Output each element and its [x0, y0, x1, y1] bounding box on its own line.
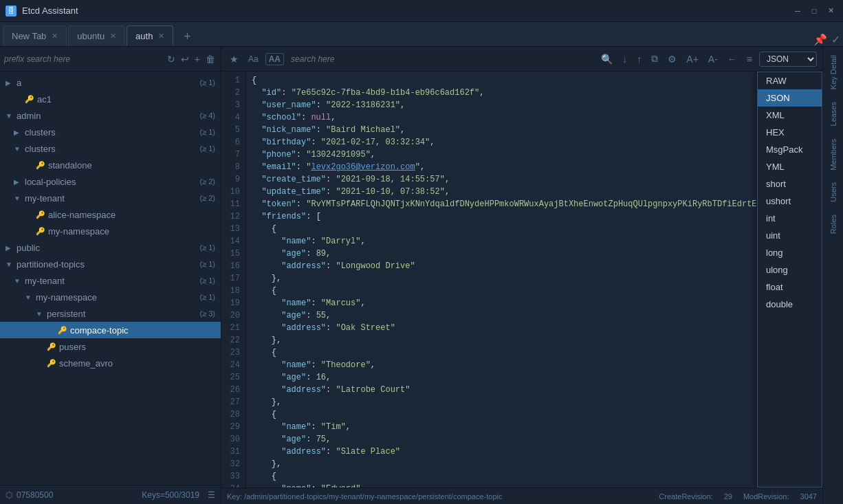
tree-label-alice-namespace: alice-namespace: [48, 210, 116, 220]
right-panel-users[interactable]: Users: [826, 177, 840, 208]
pin-icon[interactable]: 📌: [813, 33, 827, 46]
close-button[interactable]: ✕: [824, 4, 837, 18]
line-numbers: 12345 678910 1112131415 1617181920 21222…: [221, 72, 246, 487]
mod-revision-label: ModRevision:: [743, 492, 789, 501]
left-arrow-icon[interactable]: ←: [725, 52, 740, 66]
format-select[interactable]: RAW JSON XML HEX MsgPack YML short ushor…: [759, 52, 817, 67]
key-icon-ac1: 🔑: [25, 95, 34, 104]
tree-item-alice-namespace[interactable]: 🔑 alice-namespace: [0, 206, 221, 223]
tree-item-scheme-avro[interactable]: 🔑 scheme_avro: [0, 355, 221, 371]
expand-arrow-public: ▶: [6, 244, 15, 252]
format-option-xml[interactable]: XML: [758, 107, 822, 124]
maximize-button[interactable]: □: [807, 4, 821, 18]
tree-label-admin: admin: [17, 111, 41, 121]
delete-icon[interactable]: 🗑: [204, 52, 217, 66]
format-aa-icon[interactable]: Aa: [245, 53, 261, 65]
check-icon[interactable]: ✓: [831, 33, 840, 46]
tree-count-local-policies: (≥ 2): [199, 177, 215, 186]
tree-item-persistent[interactable]: ▼ persistent (≥ 3): [0, 305, 221, 322]
code-line-23: {: [252, 347, 817, 359]
copy-icon[interactable]: ⧉: [648, 52, 661, 66]
right-panel-members[interactable]: Members: [826, 133, 840, 176]
tab-close-new-tab[interactable]: ✕: [52, 32, 58, 41]
format-option-msgpack[interactable]: MsgPack: [758, 141, 822, 158]
list-icon[interactable]: ≡: [744, 52, 755, 66]
tab-ubuntu[interactable]: ubuntu ✕: [68, 25, 125, 46]
tree-count-my-tenant-1: (≥ 2): [199, 194, 215, 202]
tree-item-my-namespace-1[interactable]: 🔑 my-namespace: [0, 223, 221, 239]
format-option-uint[interactable]: uint: [758, 227, 822, 244]
tree-item-ac1[interactable]: 🔑 ac1: [0, 91, 221, 107]
editor-search-input[interactable]: [291, 54, 594, 64]
format-dropdown: RAW JSON XML HEX MsgPack YML short ushor…: [759, 52, 817, 67]
tree-item-public[interactable]: ▶ public (≥ 1): [0, 239, 221, 256]
code-line-32: },: [252, 458, 817, 470]
tree-count-admin: (≥ 4): [199, 111, 215, 120]
tree-item-clusters-2[interactable]: ▼ clusters (≥ 1): [0, 140, 221, 157]
email-link[interactable]: levx2go36@verizon.com: [311, 162, 415, 172]
format-option-ushort[interactable]: ushort: [758, 193, 822, 210]
tree-item-a[interactable]: ▶ a (≥ 1): [0, 74, 221, 91]
tab-new-tab[interactable]: New Tab ✕: [3, 25, 67, 46]
tree-label-local-policies: local-policies: [25, 177, 76, 187]
undo-icon[interactable]: ↩: [179, 52, 190, 66]
tree-item-my-namespace-2[interactable]: ▼ my-namespace (≥ 1): [0, 289, 221, 305]
add-tab-button[interactable]: +: [177, 27, 197, 46]
right-panel-key-detail[interactable]: Key Detail: [826, 50, 840, 95]
format-option-long[interactable]: long: [758, 244, 822, 261]
key-icon-pusers: 🔑: [47, 342, 56, 351]
code-line-24: "name": "Theodore",: [252, 359, 817, 371]
search-icon[interactable]: 🔍: [598, 52, 615, 66]
tree: ▶ a (≥ 1) 🔑 ac1 ▼ admin (≥ 4) ▶ clusters…: [0, 72, 221, 485]
expand-arrow-clusters-1: ▶: [14, 129, 23, 136]
tree-item-pusers[interactable]: 🔑 pusers: [0, 338, 221, 355]
tree-label-pusers: pusers: [59, 342, 86, 352]
code-content[interactable]: { "id": "7e65c92c-7fba-4bd9-b1b4-eb96c6a…: [246, 72, 822, 487]
format-option-int[interactable]: int: [758, 210, 822, 227]
tree-item-local-policies[interactable]: ▶ local-policies (≥ 2): [0, 173, 221, 190]
format-option-hex[interactable]: HEX: [758, 124, 822, 141]
right-panel-roles[interactable]: Roles: [826, 209, 840, 239]
tree-item-clusters-1[interactable]: ▶ clusters (≥ 1): [0, 124, 221, 140]
tree-item-admin[interactable]: ▼ admin (≥ 4): [0, 107, 221, 124]
tab-close-auth[interactable]: ✕: [158, 32, 164, 41]
tab-auth[interactable]: auth ✕: [127, 25, 173, 46]
arrow-up-icon[interactable]: ↑: [634, 52, 644, 66]
format-option-float[interactable]: float: [758, 278, 822, 296]
settings-icon[interactable]: ⚙: [665, 52, 679, 66]
minimize-button[interactable]: ─: [791, 4, 804, 18]
format-option-double[interactable]: double: [758, 296, 822, 313]
expand-arrow-local-policies: ▶: [14, 178, 23, 186]
format-option-short[interactable]: short: [758, 175, 822, 193]
code-line-18: {: [252, 285, 817, 297]
create-revision-value: 29: [724, 492, 732, 501]
tree-label-a: a: [17, 78, 21, 88]
format-bold-icon[interactable]: AA: [265, 53, 284, 65]
font-increase-icon[interactable]: A+: [683, 52, 701, 66]
tree-item-standalone[interactable]: 🔑 standalone: [0, 157, 221, 173]
font-decrease-icon[interactable]: A-: [705, 52, 721, 66]
sidebar-menu-icon[interactable]: ☰: [208, 490, 215, 500]
tree-item-compace-topic[interactable]: 🔑 compace-topic: [0, 322, 221, 338]
format-option-json[interactable]: JSON: [758, 89, 822, 107]
main-area: ↻ ↩ + 🗑 ▶ a (≥ 1) 🔑 ac1 ▼ admin (≥: [0, 47, 843, 504]
tree-count-persistent: (≥ 3): [199, 309, 215, 318]
tree-label-ac1: ac1: [37, 94, 52, 105]
key-icon-alice-namespace: 🔑: [36, 210, 45, 219]
tree-item-my-tenant-1[interactable]: ▼ my-tenant (≥ 2): [0, 190, 221, 206]
format-option-ulong[interactable]: ulong: [758, 261, 822, 278]
code-line-16: "address": "Longwood Drive": [252, 260, 817, 272]
tree-item-my-tenant-2[interactable]: ▼ my-tenant (≥ 1): [0, 272, 221, 289]
format-option-yml[interactable]: YML: [758, 158, 822, 175]
prefix-search-input[interactable]: [4, 54, 163, 64]
tab-close-ubuntu[interactable]: ✕: [110, 32, 116, 41]
status-bar-right: CreateRevision: 29 ModRevision: 3047: [659, 492, 817, 501]
format-option-raw[interactable]: RAW: [758, 72, 822, 89]
refresh-icon[interactable]: ↻: [166, 52, 177, 66]
right-panel-leases[interactable]: Leases: [826, 96, 840, 131]
tree-label-compace-topic: compace-topic: [70, 325, 129, 336]
bookmark-icon[interactable]: ★: [227, 52, 241, 66]
tree-item-partitioned-topics[interactable]: ▼ partitioned-topics (≥ 1): [0, 256, 221, 272]
add-icon[interactable]: +: [193, 52, 201, 66]
arrow-down-icon[interactable]: ↓: [620, 52, 630, 66]
